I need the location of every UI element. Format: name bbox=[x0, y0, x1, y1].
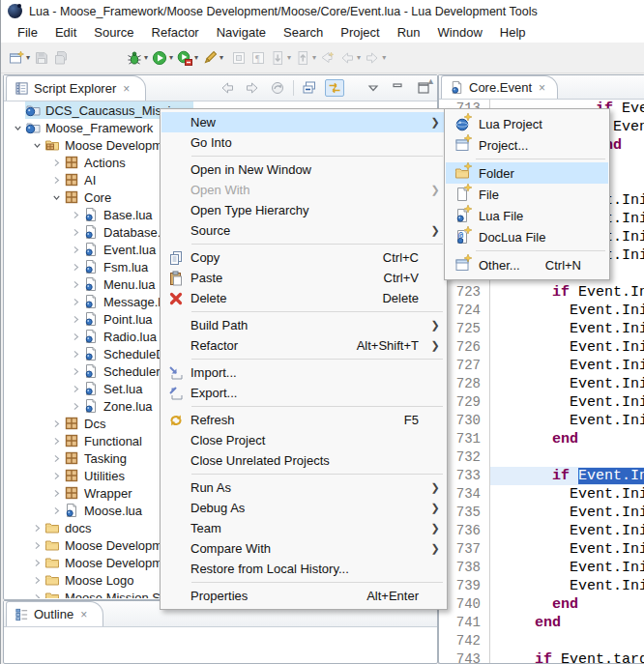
chevron-right-icon[interactable] bbox=[32, 575, 43, 586]
submenu-item-file[interactable]: File bbox=[446, 184, 608, 205]
context-menu-item-close-project[interactable]: Close Project bbox=[161, 430, 446, 450]
close-icon[interactable]: × bbox=[123, 82, 130, 96]
save-button[interactable] bbox=[32, 46, 51, 70]
menubar-item-navigate[interactable]: Navigate bbox=[208, 23, 275, 42]
context-menu-item-open-type-hierarchy[interactable]: Open Type Hierarchy bbox=[161, 200, 446, 220]
debug-button[interactable]: ▾ bbox=[125, 46, 150, 70]
chevron-right-icon[interactable] bbox=[71, 262, 81, 273]
chevron-right-icon[interactable] bbox=[71, 210, 81, 220]
menubar-item-refactor[interactable]: Refactor bbox=[143, 23, 208, 42]
submenu-item-doclua-file[interactable]: DocLua File bbox=[446, 226, 608, 247]
context-menu-item-import[interactable]: Import... bbox=[161, 362, 446, 383]
save-all-button[interactable] bbox=[51, 46, 71, 70]
chevron-right-icon[interactable] bbox=[71, 384, 81, 394]
back-button[interactable]: ▾ bbox=[337, 46, 363, 70]
chevron-right-icon[interactable] bbox=[71, 227, 81, 238]
dropdown-caret-icon[interactable]: ▾ bbox=[169, 53, 173, 62]
dropdown-caret-icon[interactable]: ▾ bbox=[220, 53, 223, 62]
context-menu-item-open-with[interactable]: Open With❯ bbox=[161, 180, 446, 200]
chevron-right-icon[interactable] bbox=[71, 332, 81, 342]
context-menu-item-debug-as[interactable]: Debug As❯ bbox=[161, 498, 446, 518]
context-menu-item-properties[interactable]: PropertiesAlt+Enter bbox=[161, 586, 446, 606]
dropdown-caret-icon[interactable]: ▾ bbox=[26, 53, 30, 62]
chevron-right-icon[interactable] bbox=[71, 366, 81, 377]
up-button[interactable] bbox=[268, 79, 287, 97]
context-menu-item-close-unrelated-projects[interactable]: Close Unrelated Projects bbox=[161, 450, 446, 471]
context-menu-item-restore-from-local-history[interactable]: Restore from Local History... bbox=[161, 559, 446, 579]
context-menu-item-build-path[interactable]: Build Path❯ bbox=[161, 315, 446, 335]
chevron-right-icon[interactable] bbox=[51, 158, 62, 168]
context-menu-item-delete[interactable]: DeleteDelete bbox=[161, 288, 446, 308]
menubar-item-search[interactable]: Search bbox=[275, 23, 332, 42]
chevron-right-icon[interactable] bbox=[71, 401, 81, 412]
collapse-all-button[interactable] bbox=[300, 79, 319, 97]
submenu-item-project[interactable]: Project... bbox=[446, 134, 608, 156]
forward-nav-button[interactable] bbox=[243, 79, 262, 97]
chevron-right-icon[interactable] bbox=[71, 245, 81, 255]
back-nav-button[interactable] bbox=[218, 79, 237, 97]
submenu-item-folder[interactable]: Folder bbox=[446, 162, 608, 184]
run-button[interactable]: ▾ bbox=[150, 46, 175, 70]
chevron-right-icon[interactable] bbox=[32, 558, 43, 568]
link-editor-button[interactable] bbox=[325, 79, 344, 97]
chevron-right-icon[interactable] bbox=[71, 279, 81, 290]
context-menu-item-source[interactable]: Source❯ bbox=[161, 220, 446, 241]
new-wizard-button[interactable]: ▾ bbox=[7, 46, 32, 70]
context-menu-item-go-into[interactable]: Go Into bbox=[161, 132, 446, 153]
submenu-item-lua-project[interactable]: Lua Project bbox=[446, 113, 608, 134]
tab-outline[interactable]: Outline × bbox=[6, 601, 103, 626]
dropdown-caret-icon[interactable]: ▾ bbox=[357, 53, 361, 62]
close-icon[interactable]: × bbox=[80, 608, 87, 621]
external-tools-button[interactable]: ▾ bbox=[200, 46, 225, 70]
dropdown-caret-icon[interactable]: ▾ bbox=[287, 53, 291, 62]
close-icon[interactable]: × bbox=[539, 81, 545, 95]
last-edit-location-button[interactable] bbox=[318, 46, 337, 70]
chevron-down-icon[interactable] bbox=[51, 192, 62, 203]
chevron-right-icon[interactable] bbox=[51, 175, 62, 186]
menubar-item-help[interactable]: Help bbox=[491, 23, 535, 42]
chevron-right-icon[interactable] bbox=[51, 436, 62, 447]
context-menu-item-copy[interactable]: CopyCtrl+C bbox=[161, 247, 446, 268]
run-coverage-button[interactable]: ▾ bbox=[175, 46, 200, 70]
context-menu-item-team[interactable]: Team❯ bbox=[161, 518, 446, 538]
context-menu-item-compare-with[interactable]: Compare With❯ bbox=[161, 538, 446, 559]
chevron-right-icon[interactable] bbox=[51, 471, 62, 481]
tab-core-event[interactable]: Core.Event × bbox=[441, 75, 558, 99]
context-menu-item-export[interactable]: Export... bbox=[161, 383, 446, 403]
menubar-item-source[interactable]: Source bbox=[85, 23, 142, 42]
tab-script-explorer[interactable]: Script Explorer × bbox=[6, 75, 146, 101]
forward-button[interactable]: ▾ bbox=[363, 46, 388, 70]
next-annotation-button[interactable]: ▾ bbox=[268, 46, 293, 70]
chevron-right-icon[interactable] bbox=[71, 314, 81, 325]
context-menu-item-refactor[interactable]: RefactorAlt+Shift+T❯ bbox=[161, 335, 446, 356]
dropdown-caret-icon[interactable]: ▾ bbox=[312, 53, 316, 62]
context-menu-item-run-as[interactable]: Run As❯ bbox=[161, 477, 446, 498]
context-menu-item-paste[interactable]: PasteCtrl+V bbox=[161, 268, 446, 288]
context-menu-item-new[interactable]: New❯ bbox=[161, 112, 446, 132]
menubar-item-edit[interactable]: Edit bbox=[46, 23, 85, 42]
submenu-item-lua-file[interactable]: Lua File bbox=[446, 205, 608, 226]
menubar-item-window[interactable]: Window bbox=[429, 23, 491, 42]
menubar-item-run[interactable]: Run bbox=[389, 23, 429, 42]
chevron-right-icon[interactable] bbox=[51, 453, 62, 464]
context-menu-item-refresh[interactable]: RefreshF5 bbox=[161, 410, 446, 430]
chevron-right-icon[interactable] bbox=[71, 297, 81, 307]
chevron-right-icon[interactable] bbox=[32, 592, 43, 599]
chevron-right-icon[interactable] bbox=[32, 523, 43, 534]
chevron-right-icon[interactable] bbox=[32, 540, 43, 551]
chevron-down-icon[interactable] bbox=[32, 140, 43, 151]
minimize-button[interactable] bbox=[389, 79, 408, 97]
chevron-right-icon[interactable] bbox=[51, 505, 62, 516]
chevron-right-icon[interactable] bbox=[71, 349, 81, 360]
chevron-right-icon[interactable] bbox=[51, 419, 62, 429]
dropdown-caret-icon[interactable]: ▾ bbox=[194, 53, 198, 62]
chevron-right-icon[interactable] bbox=[51, 488, 62, 499]
previous-annotation-button[interactable]: ▾ bbox=[293, 46, 318, 70]
scrollbar-up-icon[interactable]: ▲ bbox=[426, 77, 435, 86]
view-menu-button[interactable] bbox=[364, 79, 383, 97]
menubar-item-project[interactable]: Project bbox=[332, 23, 388, 42]
show-whitespace-button[interactable] bbox=[249, 46, 268, 70]
context-menu-item-open-in-new-window[interactable]: Open in New Window bbox=[161, 159, 446, 180]
dropdown-caret-icon[interactable]: ▾ bbox=[382, 53, 386, 62]
mark-occurrences-button[interactable] bbox=[229, 46, 249, 70]
